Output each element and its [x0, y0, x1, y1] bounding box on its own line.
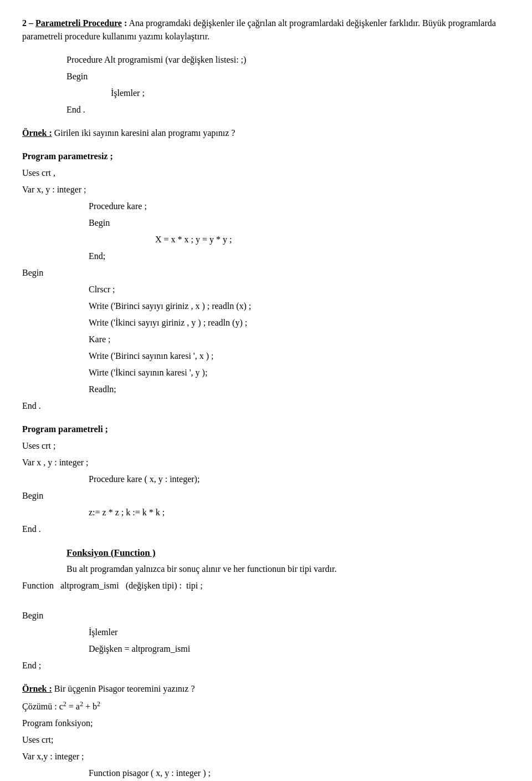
proc-kare-end: End; [89, 250, 510, 263]
prog3-function-block: Function pisagor ( x, y : integer ) ; Pi… [89, 767, 510, 781]
parametreli-procedure-heading: 2 – Parametreli Procedure : Ana programd… [22, 17, 510, 43]
proc-kare-begin: Begin [89, 216, 510, 230]
procedure-syntax-end: End . [66, 103, 510, 116]
prog2-var: Var x , y : integer ; [22, 456, 510, 469]
proc-kare-decl: Procedure kare ; [89, 200, 510, 213]
fonksiyon-end: End ; [22, 659, 510, 672]
prog-readln: Readln; [89, 383, 510, 396]
fonksiyon-degisken: Değişken = altprogram_ismi [89, 642, 510, 656]
fonksiyon-title: Fonksiyon (Function ) [66, 546, 510, 560]
prog2-uses: Uses crt ; [22, 439, 510, 453]
fonksiyon-begin: Begin [22, 609, 510, 622]
prog-uses: Uses crt , [22, 166, 510, 180]
prog-end: End . [22, 399, 510, 413]
fonksiyon-section: Fonksiyon (Function ) Bu alt programdan … [22, 546, 510, 672]
ornek1-heading: Örnek : Girilen iki sayının karesini ala… [22, 126, 510, 140]
prog-kare-call: Kare ; [89, 333, 510, 346]
prog2-end: End . [22, 523, 510, 536]
fonksiyon-islemler: İşlemler [89, 626, 510, 639]
prog-wirte-ikinci-kare: Wirte ('İkinci sayının karesi ', y ); [89, 366, 510, 379]
ornek2-section: Örnek : Bir üçgenin Pisagor teoremini ya… [22, 682, 510, 782]
procedure-syntax-line1: Procedure Alt programismi (var değişken … [66, 53, 510, 67]
prog2-body-line: z:= z * z ; k := k * k ; [89, 506, 510, 519]
section-number: 2 – Parametreli Procedure : [22, 18, 127, 28]
prog-main-body: Clrscr ; Write ('Birinci sayıyı giriniz … [89, 283, 510, 396]
prog-main-begin: Begin [22, 266, 510, 280]
prog3-uses: Uses crt; [22, 733, 510, 747]
fonksiyon-body: İşlemler Değişken = altprogram_ismi [89, 626, 510, 656]
prog-write-birinci-kare: Write ('Birinci sayının karesi ', x ) ; [89, 349, 510, 363]
prog2-body: z:= z * z ; k := k * k ; [89, 506, 510, 519]
fonksiyon-syntax: Function altprogram_ismi (değişken tipi)… [22, 579, 510, 592]
procedure-syntax-begin: Begin [66, 70, 510, 83]
proc-kare2-block: Procedure kare ( x, y : integer); [89, 473, 510, 486]
procedure-syntax-block: Procedure Alt programismi (var değişken … [66, 53, 510, 116]
ornek2-label: Örnek : [22, 684, 52, 693]
prog3-name: Program fonksiyon; [22, 717, 510, 730]
proc-kare2-decl: Procedure kare ( x, y : integer); [89, 473, 510, 486]
program-parametreli-block: Program parametreli ; Uses crt ; Var x ,… [22, 423, 510, 536]
prog-write-birinci: Write ('Birinci sayıyı giriniz , x ) ; r… [89, 300, 510, 313]
proc-kare-block: Procedure kare ; Begin X = x * x ; y = y… [89, 200, 510, 263]
proc-kare-body: X = x * x ; y = y * y ; [155, 233, 510, 246]
program-parametresiz-block: Program parametresiz ; Uses crt , Var x,… [22, 150, 510, 413]
prog-clrscr: Clrscr ; [89, 283, 510, 296]
ornek1-label: Örnek : [22, 128, 52, 138]
fonksiyon-desc: Bu alt programdan yalnızca bir sonuç alı… [66, 562, 510, 576]
prog-param-heading: Program parametresiz ; [22, 150, 510, 163]
procedure-syntax-islemler: İşlemler ; [111, 87, 510, 100]
prog2-begin: Begin [22, 489, 510, 503]
prog-write-ikinci: Write ('İkinci sayıyı giriniz , y ) ; re… [89, 316, 510, 329]
prog3-var: Var x,y : integer ; [22, 750, 510, 763]
cozumu-line: Çözümü : c2 = a2 + b2 [22, 699, 510, 713]
prog-var: Var x, y : integer ; [22, 183, 510, 196]
prog-param2-heading: Program parametreli ; [22, 423, 510, 436]
main-content: 2 – Parametreli Procedure : Ana programd… [22, 17, 510, 781]
ornek2-heading: Örnek : Bir üçgenin Pisagor teoremini ya… [22, 682, 510, 696]
prog3-function-decl: Function pisagor ( x, y : integer ) ; [89, 767, 510, 780]
